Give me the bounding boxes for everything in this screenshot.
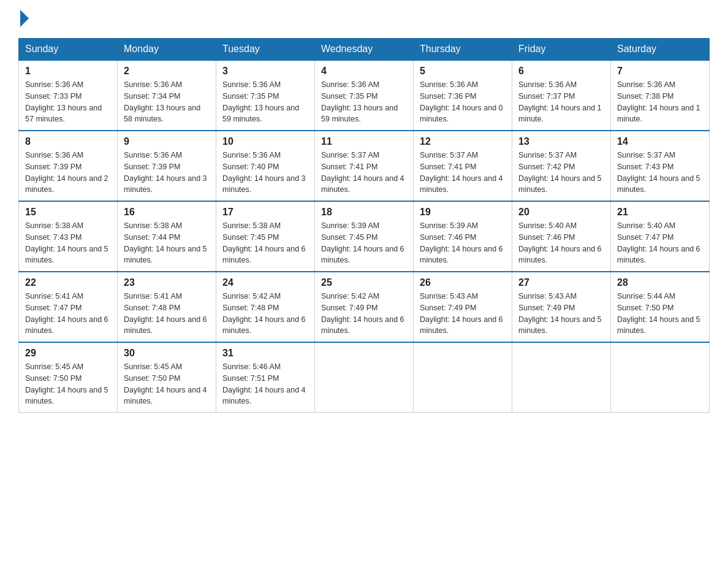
day-info: Sunrise: 5:38 AMSunset: 7:44 PMDaylight:…	[124, 220, 210, 266]
day-number: 8	[25, 136, 111, 147]
day-number: 17	[222, 207, 308, 218]
calendar-day-cell: 28Sunrise: 5:44 AMSunset: 7:50 PMDayligh…	[611, 272, 710, 342]
calendar-header: SundayMondayTuesdayWednesdayThursdayFrid…	[19, 39, 710, 61]
calendar-day-cell: 8Sunrise: 5:36 AMSunset: 7:39 PMDaylight…	[19, 131, 118, 201]
day-number: 29	[25, 348, 111, 359]
calendar-day-cell: 27Sunrise: 5:43 AMSunset: 7:49 PMDayligh…	[512, 272, 611, 342]
calendar-day-cell: 23Sunrise: 5:41 AMSunset: 7:48 PMDayligh…	[118, 272, 216, 342]
day-info: Sunrise: 5:37 AMSunset: 7:41 PMDaylight:…	[321, 150, 407, 196]
weekday-header-row: SundayMondayTuesdayWednesdayThursdayFrid…	[19, 39, 710, 61]
calendar-day-cell: 21Sunrise: 5:40 AMSunset: 7:47 PMDayligh…	[611, 201, 710, 272]
day-info: Sunrise: 5:43 AMSunset: 7:49 PMDaylight:…	[420, 291, 506, 337]
day-info: Sunrise: 5:36 AMSunset: 7:40 PMDaylight:…	[222, 150, 308, 196]
day-info: Sunrise: 5:40 AMSunset: 7:47 PMDaylight:…	[617, 220, 703, 266]
day-info: Sunrise: 5:36 AMSunset: 7:37 PMDaylight:…	[518, 79, 604, 125]
day-number: 28	[617, 277, 703, 288]
day-info: Sunrise: 5:37 AMSunset: 7:42 PMDaylight:…	[518, 150, 604, 196]
day-number: 30	[124, 348, 210, 359]
calendar-week-row: 22Sunrise: 5:41 AMSunset: 7:47 PMDayligh…	[19, 272, 710, 342]
calendar-day-cell: 3Sunrise: 5:36 AMSunset: 7:35 PMDaylight…	[216, 60, 315, 131]
calendar-week-row: 29Sunrise: 5:45 AMSunset: 7:50 PMDayligh…	[19, 342, 710, 413]
weekday-header-friday: Friday	[512, 39, 611, 61]
calendar-week-row: 1Sunrise: 5:36 AMSunset: 7:33 PMDaylight…	[19, 60, 710, 131]
day-number: 3	[222, 66, 308, 77]
day-number: 7	[617, 66, 703, 77]
day-number: 25	[321, 277, 407, 288]
calendar-day-cell: 12Sunrise: 5:37 AMSunset: 7:41 PMDayligh…	[414, 131, 512, 201]
day-number: 24	[222, 277, 308, 288]
calendar-day-cell: 31Sunrise: 5:46 AMSunset: 7:51 PMDayligh…	[216, 342, 315, 413]
weekday-header-wednesday: Wednesday	[315, 39, 414, 61]
calendar-day-cell: 4Sunrise: 5:36 AMSunset: 7:35 PMDaylight…	[315, 60, 414, 131]
calendar-week-row: 15Sunrise: 5:38 AMSunset: 7:43 PMDayligh…	[19, 201, 710, 272]
day-info: Sunrise: 5:37 AMSunset: 7:41 PMDaylight:…	[420, 150, 506, 196]
day-info: Sunrise: 5:36 AMSunset: 7:34 PMDaylight:…	[124, 79, 210, 125]
calendar-day-cell: 10Sunrise: 5:36 AMSunset: 7:40 PMDayligh…	[216, 131, 315, 201]
calendar-day-cell: 7Sunrise: 5:36 AMSunset: 7:38 PMDaylight…	[611, 60, 710, 131]
day-info: Sunrise: 5:41 AMSunset: 7:48 PMDaylight:…	[124, 291, 210, 337]
day-number: 14	[617, 136, 703, 147]
day-number: 31	[222, 348, 308, 359]
calendar-table: SundayMondayTuesdayWednesdayThursdayFrid…	[18, 38, 710, 413]
day-info: Sunrise: 5:39 AMSunset: 7:45 PMDaylight:…	[321, 220, 407, 266]
calendar-day-cell: 11Sunrise: 5:37 AMSunset: 7:41 PMDayligh…	[315, 131, 414, 201]
day-number: 9	[124, 136, 210, 147]
weekday-header-thursday: Thursday	[414, 39, 512, 61]
logo	[18, 12, 29, 26]
calendar-day-cell	[611, 342, 710, 413]
calendar-day-cell: 26Sunrise: 5:43 AMSunset: 7:49 PMDayligh…	[414, 272, 512, 342]
day-info: Sunrise: 5:43 AMSunset: 7:49 PMDaylight:…	[518, 291, 604, 337]
calendar-body: 1Sunrise: 5:36 AMSunset: 7:33 PMDaylight…	[19, 60, 710, 413]
calendar-day-cell: 30Sunrise: 5:45 AMSunset: 7:50 PMDayligh…	[118, 342, 216, 413]
calendar-day-cell: 20Sunrise: 5:40 AMSunset: 7:46 PMDayligh…	[512, 201, 611, 272]
day-number: 12	[420, 136, 506, 147]
day-info: Sunrise: 5:40 AMSunset: 7:46 PMDaylight:…	[518, 220, 604, 266]
calendar-day-cell: 6Sunrise: 5:36 AMSunset: 7:37 PMDaylight…	[512, 60, 611, 131]
day-info: Sunrise: 5:36 AMSunset: 7:35 PMDaylight:…	[222, 79, 308, 125]
day-number: 10	[222, 136, 308, 147]
day-info: Sunrise: 5:39 AMSunset: 7:46 PMDaylight:…	[420, 220, 506, 266]
calendar-week-row: 8Sunrise: 5:36 AMSunset: 7:39 PMDaylight…	[19, 131, 710, 201]
weekday-header-monday: Monday	[118, 39, 216, 61]
calendar-day-cell: 25Sunrise: 5:42 AMSunset: 7:49 PMDayligh…	[315, 272, 414, 342]
day-number: 23	[124, 277, 210, 288]
day-number: 19	[420, 207, 506, 218]
day-info: Sunrise: 5:38 AMSunset: 7:43 PMDaylight:…	[25, 220, 111, 266]
day-info: Sunrise: 5:46 AMSunset: 7:51 PMDaylight:…	[222, 361, 308, 407]
day-number: 1	[25, 66, 111, 77]
day-number: 22	[25, 277, 111, 288]
day-info: Sunrise: 5:45 AMSunset: 7:50 PMDaylight:…	[25, 361, 111, 407]
day-info: Sunrise: 5:38 AMSunset: 7:45 PMDaylight:…	[222, 220, 308, 266]
logo-triangle-icon	[20, 10, 29, 27]
weekday-header-saturday: Saturday	[611, 39, 710, 61]
day-number: 26	[420, 277, 506, 288]
day-info: Sunrise: 5:36 AMSunset: 7:39 PMDaylight:…	[25, 150, 111, 196]
calendar-day-cell: 29Sunrise: 5:45 AMSunset: 7:50 PMDayligh…	[19, 342, 118, 413]
day-info: Sunrise: 5:42 AMSunset: 7:49 PMDaylight:…	[321, 291, 407, 337]
calendar-day-cell: 5Sunrise: 5:36 AMSunset: 7:36 PMDaylight…	[414, 60, 512, 131]
day-number: 11	[321, 136, 407, 147]
day-info: Sunrise: 5:36 AMSunset: 7:36 PMDaylight:…	[420, 79, 506, 125]
day-info: Sunrise: 5:41 AMSunset: 7:47 PMDaylight:…	[25, 291, 111, 337]
day-number: 5	[420, 66, 506, 77]
calendar-day-cell	[315, 342, 414, 413]
calendar-day-cell: 14Sunrise: 5:37 AMSunset: 7:43 PMDayligh…	[611, 131, 710, 201]
calendar-day-cell: 13Sunrise: 5:37 AMSunset: 7:42 PMDayligh…	[512, 131, 611, 201]
day-number: 21	[617, 207, 703, 218]
weekday-header-tuesday: Tuesday	[216, 39, 315, 61]
calendar-day-cell: 1Sunrise: 5:36 AMSunset: 7:33 PMDaylight…	[19, 60, 118, 131]
calendar-day-cell: 15Sunrise: 5:38 AMSunset: 7:43 PMDayligh…	[19, 201, 118, 272]
day-number: 27	[518, 277, 604, 288]
calendar-day-cell: 17Sunrise: 5:38 AMSunset: 7:45 PMDayligh…	[216, 201, 315, 272]
day-info: Sunrise: 5:44 AMSunset: 7:50 PMDaylight:…	[617, 291, 703, 337]
day-info: Sunrise: 5:36 AMSunset: 7:39 PMDaylight:…	[124, 150, 210, 196]
day-number: 6	[518, 66, 604, 77]
calendar-day-cell	[512, 342, 611, 413]
day-info: Sunrise: 5:45 AMSunset: 7:50 PMDaylight:…	[124, 361, 210, 407]
day-number: 20	[518, 207, 604, 218]
day-info: Sunrise: 5:36 AMSunset: 7:38 PMDaylight:…	[617, 79, 703, 125]
day-number: 16	[124, 207, 210, 218]
day-number: 2	[124, 66, 210, 77]
calendar-day-cell	[414, 342, 512, 413]
day-info: Sunrise: 5:37 AMSunset: 7:43 PMDaylight:…	[617, 150, 703, 196]
